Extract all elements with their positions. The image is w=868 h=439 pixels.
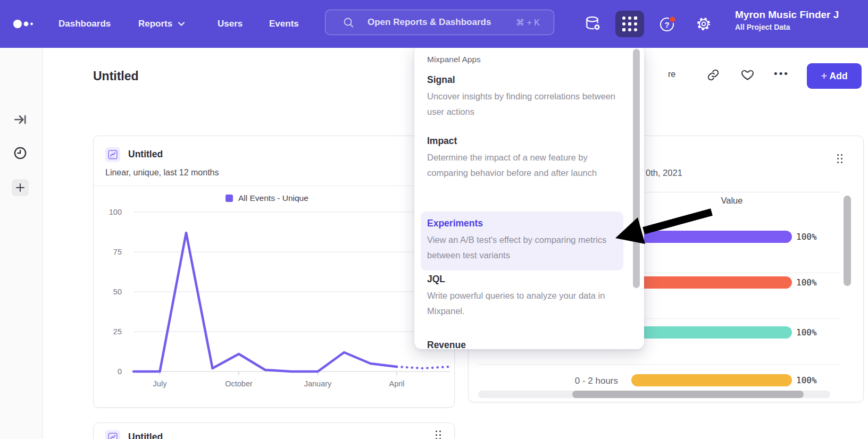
nav-reports[interactable]: Reports	[138, 0, 185, 48]
card-drag-handle[interactable]	[837, 154, 842, 163]
value-column-header: Value	[697, 196, 766, 206]
apps-grid-icon	[622, 16, 637, 31]
table-row-label: 0 - 2 hours	[512, 376, 618, 386]
nav-users[interactable]: Users	[218, 0, 243, 48]
value-bar	[631, 326, 792, 339]
vertical-scrollbar[interactable]	[844, 196, 851, 286]
line-chart-card-icon	[105, 430, 120, 439]
left-rail	[0, 48, 43, 439]
notification-dot	[670, 16, 676, 23]
value-bar	[631, 231, 792, 243]
search-icon	[343, 16, 355, 29]
add-board-button[interactable]	[12, 179, 29, 196]
user-project: All Project Data	[735, 23, 868, 31]
user-name: Myron Music Finder J	[735, 9, 868, 21]
data-management-icon[interactable]	[583, 0, 603, 48]
chart-card-subtitle: Linear, unique, last 12 months	[105, 168, 219, 178]
dropdown-header: Mixpanel Apps	[427, 55, 481, 64]
horizontal-scrollbar[interactable]	[572, 391, 804, 398]
menu-item-revenue[interactable]: Revenue	[421, 340, 623, 349]
copy-link-icon[interactable]	[706, 68, 720, 84]
add-button[interactable]: + Add	[807, 63, 862, 89]
user-menu[interactable]: Myron Music Finder J All Project Data	[735, 9, 868, 31]
svg-text:25: 25	[113, 327, 122, 336]
chart-card-title: Untitled	[128, 432, 163, 439]
favorite-heart-icon[interactable]	[740, 68, 755, 84]
menu-item-signal[interactable]: Signal Uncover insights by finding corre…	[421, 74, 623, 120]
svg-text:April: April	[389, 379, 404, 388]
chart-card-title: Untitled	[128, 149, 163, 160]
line-chart: 0255075100JulyOctoberJanuaryApril	[94, 187, 454, 407]
search-placeholder: Open Reports & Dashboards	[368, 17, 491, 28]
expand-sidebar-icon[interactable]	[12, 111, 29, 128]
date-range-text: 0th, 2021	[646, 168, 682, 178]
menu-item-experiments[interactable]: Experiments View an A/B test's effect by…	[421, 212, 623, 271]
mixpanel-apps-dropdown: Mixpanel Apps Signal Uncover insights by…	[414, 45, 644, 349]
svg-text:100: 100	[109, 208, 122, 216]
menu-item-impact[interactable]: Impact Determine the impact of a new fea…	[421, 136, 623, 181]
search-shortcut: ⌘ + K	[516, 18, 540, 28]
value-text: 100%	[796, 375, 817, 385]
svg-text:October: October	[225, 379, 253, 388]
share-button[interactable]: re	[668, 70, 675, 79]
apps-grid-button[interactable]	[615, 11, 644, 37]
more-options-button[interactable]: •••	[774, 68, 789, 80]
nav-events[interactable]: Events	[269, 0, 299, 48]
svg-text:0: 0	[118, 367, 122, 376]
mixpanel-dashboard: Untitled re ••• + Add Untitled Linear, u…	[0, 0, 868, 439]
top-navbar: Dashboards Reports Users Events Open Rep…	[0, 0, 868, 48]
global-search-input[interactable]: Open Reports & Dashboards ⌘ + K	[325, 10, 554, 35]
svg-text:50: 50	[113, 288, 122, 296]
line-chart-card: Untitled Linear, unique, last 12 months …	[93, 136, 455, 408]
value-text: 100%	[796, 232, 817, 242]
chevron-down-icon	[178, 21, 185, 27]
second-chart-card: Untitled	[93, 423, 455, 439]
mixpanel-logo-icon[interactable]	[13, 0, 35, 48]
value-text: 100%	[796, 277, 817, 288]
svg-text:?: ?	[664, 20, 669, 29]
recent-clock-icon[interactable]	[12, 145, 29, 162]
menu-item-jql[interactable]: JQL Write powerful queries to analyze yo…	[421, 274, 623, 319]
value-text: 100%	[796, 327, 817, 337]
line-chart-card-icon	[105, 147, 120, 162]
help-icon[interactable]: ?	[657, 0, 678, 48]
dropdown-scrollbar[interactable]	[633, 49, 640, 288]
page-title: Untitled	[93, 69, 139, 83]
card-drag-handle[interactable]	[436, 430, 441, 439]
nav-dashboards[interactable]: Dashboards	[59, 0, 111, 48]
settings-gear-icon[interactable]	[695, 0, 713, 48]
svg-text:January: January	[304, 379, 332, 388]
value-bar	[631, 374, 792, 386]
value-bar	[631, 276, 792, 289]
svg-text:75: 75	[113, 248, 122, 256]
svg-text:July: July	[153, 379, 168, 388]
plus-icon: +	[821, 70, 827, 82]
